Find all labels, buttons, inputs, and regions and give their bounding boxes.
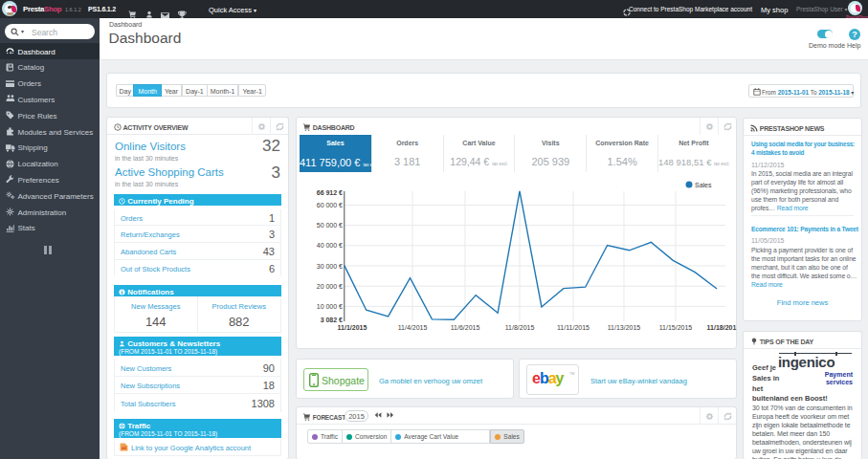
svg-text:20 000 €: 20 000 € bbox=[317, 283, 343, 290]
svg-text:11/18/201: 11/18/201 bbox=[707, 324, 737, 331]
svg-text:11/8/2015: 11/8/2015 bbox=[505, 324, 535, 331]
svg-text:30 000 €: 30 000 € bbox=[317, 263, 343, 270]
svg-text:11/6/2015: 11/6/2015 bbox=[451, 324, 480, 331]
svg-text:11/11/2015: 11/11/2015 bbox=[557, 324, 590, 331]
svg-text:60 000 €: 60 000 € bbox=[317, 202, 343, 208]
svg-text:Sales: Sales bbox=[695, 182, 712, 188]
svg-text:3 082 €: 3 082 € bbox=[321, 317, 343, 323]
svg-text:40 000 €: 40 000 € bbox=[317, 242, 343, 249]
svg-text:11/13/2015: 11/13/2015 bbox=[608, 324, 641, 331]
svg-text:11/15/2015: 11/15/2015 bbox=[659, 324, 693, 331]
svg-text:66 912 €: 66 912 € bbox=[317, 189, 343, 196]
svg-text:10 000 €: 10 000 € bbox=[317, 303, 343, 310]
svg-text:50 000 €: 50 000 € bbox=[317, 222, 343, 229]
svg-text:11/4/2015: 11/4/2015 bbox=[398, 324, 428, 331]
svg-text:11/1/2015: 11/1/2015 bbox=[338, 324, 367, 331]
